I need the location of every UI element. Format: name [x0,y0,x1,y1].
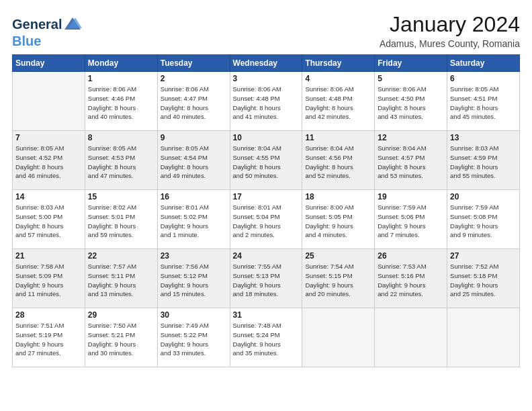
day-number: 9 [161,133,227,142]
day-number: 11 [305,133,371,142]
day-info: Sunrise: 7:58 AMSunset: 5:09 PMDaylight:… [15,262,82,299]
calendar: Sunday Monday Tuesday Wednesday Thursday… [12,54,520,367]
day-info: Sunrise: 7:53 AMSunset: 5:16 PMDaylight:… [378,262,444,299]
table-row: 26Sunrise: 7:53 AMSunset: 5:16 PMDayligh… [375,249,447,308]
day-info: Sunrise: 7:59 AMSunset: 5:08 PMDaylight:… [450,203,517,240]
calendar-header-row: Sunday Monday Tuesday Wednesday Thursday… [13,55,520,72]
header: General Blue January 2024 Adamus, Mures … [12,12,520,49]
logo: General Blue [12,15,82,48]
calendar-week-row: 28Sunrise: 7:51 AMSunset: 5:19 PMDayligh… [13,308,520,367]
day-info: Sunrise: 8:05 AMSunset: 4:54 PMDaylight:… [161,144,227,181]
day-info: Sunrise: 7:56 AMSunset: 5:12 PMDaylight:… [161,262,227,299]
day-info: Sunrise: 8:01 AMSunset: 5:04 PMDaylight:… [233,203,300,240]
header-wednesday: Wednesday [230,55,302,72]
day-info: Sunrise: 8:03 AMSunset: 5:00 PMDaylight:… [15,203,82,240]
day-info: Sunrise: 8:01 AMSunset: 5:02 PMDaylight:… [161,203,227,240]
day-number: 25 [305,251,371,261]
day-info: Sunrise: 8:02 AMSunset: 5:01 PMDaylight:… [88,203,154,240]
day-info: Sunrise: 8:05 AMSunset: 4:51 PMDaylight:… [450,85,517,122]
day-info: Sunrise: 8:04 AMSunset: 4:56 PMDaylight:… [305,144,371,181]
table-row: 13Sunrise: 8:03 AMSunset: 4:59 PMDayligh… [447,131,520,190]
table-row: 1Sunrise: 8:06 AMSunset: 4:46 PMDaylight… [85,72,157,131]
table-row: 28Sunrise: 7:51 AMSunset: 5:19 PMDayligh… [13,308,85,367]
calendar-week-row: 14Sunrise: 8:03 AMSunset: 5:00 PMDayligh… [13,190,520,249]
table-row: 21Sunrise: 7:58 AMSunset: 5:09 PMDayligh… [13,249,85,308]
day-number: 30 [161,310,227,320]
day-info: Sunrise: 7:48 AMSunset: 5:24 PMDaylight:… [233,321,300,358]
day-number: 18 [305,192,371,201]
day-number: 1 [88,74,154,83]
day-info: Sunrise: 8:00 AMSunset: 5:05 PMDaylight:… [305,203,371,240]
table-row [447,308,520,367]
day-info: Sunrise: 8:06 AMSunset: 4:47 PMDaylight:… [161,85,227,122]
header-friday: Friday [375,55,447,72]
day-number: 13 [450,133,517,142]
day-number: 24 [233,251,300,261]
day-info: Sunrise: 7:57 AMSunset: 5:11 PMDaylight:… [88,262,154,299]
day-number: 17 [233,192,300,201]
table-row: 17Sunrise: 8:01 AMSunset: 5:04 PMDayligh… [230,190,302,249]
day-info: Sunrise: 8:06 AMSunset: 4:50 PMDaylight:… [378,85,444,122]
table-row: 15Sunrise: 8:02 AMSunset: 5:01 PMDayligh… [85,190,157,249]
table-row: 22Sunrise: 7:57 AMSunset: 5:11 PMDayligh… [85,249,157,308]
table-row: 4Sunrise: 8:06 AMSunset: 4:48 PMDaylight… [302,72,375,131]
table-row: 19Sunrise: 7:59 AMSunset: 5:06 PMDayligh… [375,190,447,249]
calendar-week-row: 1Sunrise: 8:06 AMSunset: 4:46 PMDaylight… [13,72,520,131]
table-row: 10Sunrise: 8:04 AMSunset: 4:55 PMDayligh… [230,131,302,190]
day-info: Sunrise: 8:06 AMSunset: 4:48 PMDaylight:… [233,85,300,122]
day-info: Sunrise: 7:51 AMSunset: 5:19 PMDaylight:… [15,321,82,358]
title-section: January 2024 Adamus, Mures County, Roman… [380,12,520,49]
day-number: 3 [233,74,300,83]
table-row: 30Sunrise: 7:49 AMSunset: 5:22 PMDayligh… [157,308,230,367]
table-row: 2Sunrise: 8:06 AMSunset: 4:47 PMDaylight… [157,72,230,131]
day-number: 7 [15,133,82,142]
day-info: Sunrise: 8:05 AMSunset: 4:53 PMDaylight:… [88,144,154,181]
day-number: 31 [233,310,300,320]
day-number: 26 [378,251,444,261]
day-number: 4 [305,74,371,83]
table-row: 11Sunrise: 8:04 AMSunset: 4:56 PMDayligh… [302,131,375,190]
day-number: 29 [88,310,154,320]
logo-icon [63,15,82,34]
day-info: Sunrise: 8:05 AMSunset: 4:52 PMDaylight:… [15,144,82,181]
day-number: 23 [161,251,227,261]
logo-text-line1: General [12,17,62,32]
header-tuesday: Tuesday [157,55,230,72]
table-row: 5Sunrise: 8:06 AMSunset: 4:50 PMDaylight… [375,72,447,131]
day-info: Sunrise: 7:49 AMSunset: 5:22 PMDaylight:… [161,321,227,358]
day-info: Sunrise: 7:59 AMSunset: 5:06 PMDaylight:… [378,203,444,240]
table-row [375,308,447,367]
table-row: 8Sunrise: 8:05 AMSunset: 4:53 PMDaylight… [85,131,157,190]
table-row: 27Sunrise: 7:52 AMSunset: 5:18 PMDayligh… [447,249,520,308]
day-number: 10 [233,133,300,142]
table-row: 3Sunrise: 8:06 AMSunset: 4:48 PMDaylight… [230,72,302,131]
table-row: 14Sunrise: 8:03 AMSunset: 5:00 PMDayligh… [13,190,85,249]
table-row: 18Sunrise: 8:00 AMSunset: 5:05 PMDayligh… [302,190,375,249]
day-info: Sunrise: 8:04 AMSunset: 4:57 PMDaylight:… [378,144,444,181]
table-row: 23Sunrise: 7:56 AMSunset: 5:12 PMDayligh… [157,249,230,308]
day-info: Sunrise: 7:55 AMSunset: 5:13 PMDaylight:… [233,262,300,299]
day-number: 28 [15,310,82,320]
table-row: 31Sunrise: 7:48 AMSunset: 5:24 PMDayligh… [230,308,302,367]
table-row [13,72,85,131]
day-number: 15 [88,192,154,201]
day-info: Sunrise: 8:04 AMSunset: 4:55 PMDaylight:… [233,144,300,181]
table-row: 16Sunrise: 8:01 AMSunset: 5:02 PMDayligh… [157,190,230,249]
table-row: 25Sunrise: 7:54 AMSunset: 5:15 PMDayligh… [302,249,375,308]
table-row: 24Sunrise: 7:55 AMSunset: 5:13 PMDayligh… [230,249,302,308]
logo-text-line2: Blue [12,34,82,48]
day-info: Sunrise: 8:06 AMSunset: 4:46 PMDaylight:… [88,85,154,122]
day-number: 20 [450,192,517,201]
day-info: Sunrise: 7:54 AMSunset: 5:15 PMDaylight:… [305,262,371,299]
table-row: 20Sunrise: 7:59 AMSunset: 5:08 PMDayligh… [447,190,520,249]
day-info: Sunrise: 8:06 AMSunset: 4:48 PMDaylight:… [305,85,371,122]
header-monday: Monday [85,55,157,72]
day-number: 16 [161,192,227,201]
month-title: January 2024 [380,12,520,37]
day-info: Sunrise: 7:50 AMSunset: 5:21 PMDaylight:… [88,321,154,358]
page: General Blue January 2024 Adamus, Mures … [0,0,532,411]
header-saturday: Saturday [447,55,520,72]
header-thursday: Thursday [302,55,375,72]
header-sunday: Sunday [13,55,85,72]
table-row: 6Sunrise: 8:05 AMSunset: 4:51 PMDaylight… [447,72,520,131]
